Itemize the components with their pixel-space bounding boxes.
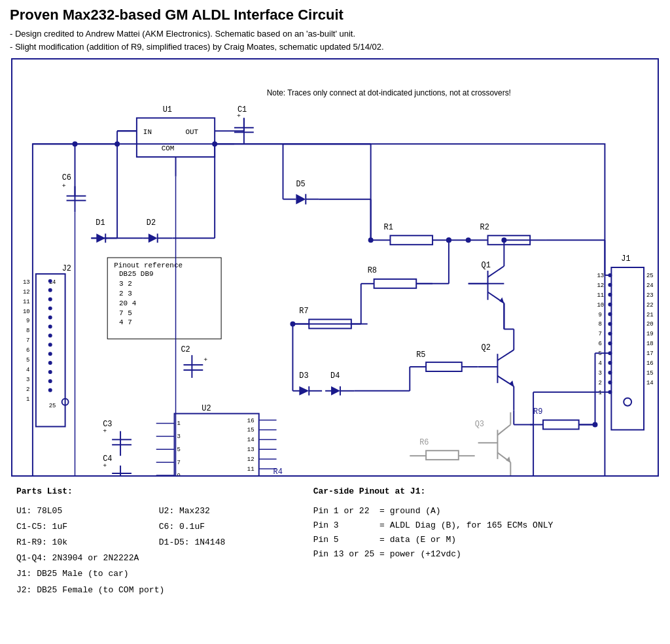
pinout-item-3: Pin 5 = data (E or M): [313, 533, 654, 547]
svg-point-260: [212, 141, 217, 146]
svg-text:2: 2: [598, 380, 601, 386]
svg-text:Note: Traces only connect at d: Note: Traces only connect at dot-indicat…: [267, 88, 511, 97]
svg-point-280: [290, 321, 295, 326]
svg-text:19: 19: [646, 331, 654, 337]
svg-point-235: [608, 371, 612, 375]
part-d1d5: D1-D5: 1N4148: [159, 535, 300, 550]
page-title: Proven Max232-based GM ALDL Interface Ci…: [10, 7, 660, 24]
svg-text:D3: D3: [299, 371, 308, 381]
svg-point-262: [73, 141, 78, 146]
svg-point-72: [48, 388, 52, 392]
svg-point-261: [115, 141, 120, 146]
svg-text:C2: C2: [181, 345, 190, 354]
svg-text:D1: D1: [96, 218, 105, 228]
svg-text:D5: D5: [296, 180, 305, 189]
svg-text:5: 5: [26, 357, 29, 364]
svg-text:R6: R6: [419, 438, 429, 447]
svg-text:2: 2: [26, 386, 29, 393]
svg-text:25: 25: [49, 403, 56, 409]
svg-text:7: 7: [26, 337, 29, 344]
svg-text:R1: R1: [384, 223, 393, 232]
svg-text:+: +: [62, 182, 66, 190]
svg-text:13: 13: [247, 447, 255, 453]
svg-text:11: 11: [597, 292, 604, 299]
svg-rect-123: [390, 235, 432, 245]
svg-text:9: 9: [177, 473, 181, 475]
svg-point-62: [48, 297, 52, 301]
svg-point-67: [48, 343, 52, 347]
svg-point-231: [608, 331, 612, 335]
svg-text:7: 7: [177, 460, 181, 466]
svg-text:4: 4: [598, 360, 601, 367]
svg-text:8: 8: [26, 328, 29, 334]
svg-text:4: 4: [26, 367, 29, 373]
svg-text:+: +: [103, 462, 107, 469]
svg-point-234: [608, 361, 612, 365]
circuit-diagram: Note: Traces only connect at dot-indicat…: [11, 58, 659, 477]
svg-point-229: [608, 313, 612, 316]
svg-text:R2: R2: [480, 223, 489, 232]
svg-text:22: 22: [646, 302, 654, 309]
svg-text:Q1: Q1: [482, 261, 491, 270]
svg-text:J1: J1: [621, 254, 630, 263]
svg-text:12: 12: [597, 282, 604, 289]
svg-rect-131: [374, 279, 417, 288]
svg-text:1: 1: [26, 396, 29, 403]
svg-text:3: 3: [26, 377, 29, 383]
svg-text:9: 9: [598, 312, 601, 318]
svg-text:3       2: 3 2: [119, 280, 132, 288]
svg-text:18: 18: [646, 341, 654, 347]
svg-point-228: [608, 303, 612, 307]
svg-text:20: 20: [646, 321, 654, 328]
svg-text:10: 10: [23, 309, 30, 315]
pinout-list: Car-side Pinout at J1: Pin 1 or 22 = gro…: [313, 484, 654, 598]
svg-rect-2: [137, 118, 215, 157]
svg-text:D4: D4: [330, 371, 340, 381]
svg-text:12: 12: [23, 289, 30, 296]
svg-text:R7: R7: [299, 307, 308, 316]
svg-text:7       5: 7 5: [119, 309, 132, 317]
svg-text:4       7: 4 7: [119, 318, 132, 326]
part-c1c5: C1-C5: 1uF: [16, 520, 158, 534]
svg-point-227: [608, 293, 612, 297]
part-u2: U2: Max232: [159, 504, 300, 518]
svg-text:OUT: OUT: [185, 128, 198, 136]
svg-text:3: 3: [598, 370, 601, 377]
svg-point-230: [608, 322, 612, 326]
svg-text:+: +: [237, 112, 241, 120]
svg-point-63: [48, 307, 52, 311]
svg-text:U2: U2: [202, 404, 211, 413]
pinout-item-1: Pin 1 or 22 = ground (A): [313, 504, 654, 518]
svg-text:7: 7: [598, 331, 601, 337]
svg-text:IN: IN: [143, 128, 152, 136]
subtitle: - Design credited to Andrew Mattei (AKM …: [10, 27, 660, 53]
svg-text:15: 15: [646, 370, 654, 377]
svg-text:R4: R4: [273, 467, 283, 475]
svg-point-69: [48, 361, 52, 365]
svg-text:13: 13: [23, 279, 30, 286]
svg-text:R8: R8: [368, 266, 377, 275]
part-c6: C6: 0.1uF: [159, 520, 300, 534]
svg-point-61: [48, 288, 52, 292]
svg-text:11: 11: [23, 299, 30, 305]
svg-point-66: [48, 333, 52, 337]
svg-text:24: 24: [646, 282, 654, 289]
svg-text:6: 6: [26, 347, 29, 354]
svg-point-64: [48, 316, 52, 320]
part-q1q4: Q1-Q4: 2N3904 or 2N2222A: [16, 551, 300, 566]
svg-text:13: 13: [597, 273, 604, 279]
svg-point-226: [608, 283, 612, 287]
svg-rect-147: [426, 362, 462, 371]
svg-text:Q2: Q2: [482, 343, 491, 352]
svg-text:15: 15: [247, 427, 255, 433]
pinout-item-4: Pin 13 or 25 = power (+12vdc): [313, 547, 654, 562]
svg-text:D2: D2: [147, 218, 156, 228]
svg-text:+: +: [203, 356, 207, 364]
svg-text:3: 3: [177, 433, 181, 440]
part-j1: J1: DB25 Male (to car): [16, 567, 300, 581]
svg-text:+: +: [103, 428, 107, 435]
part-r1r9: R1-R9: 10k: [16, 535, 158, 550]
svg-text:16: 16: [646, 360, 654, 367]
part-j2: J2: DB25 Female (to COM port): [16, 583, 300, 598]
svg-text:14: 14: [247, 437, 255, 443]
